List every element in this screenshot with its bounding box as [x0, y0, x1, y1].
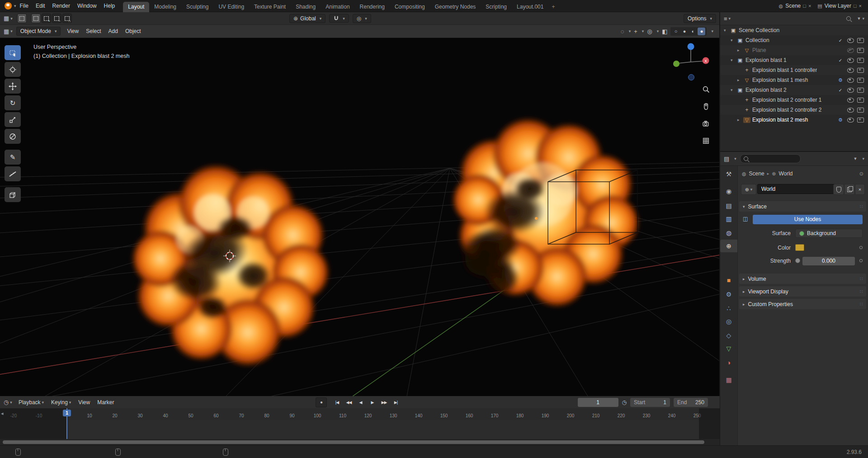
select-box-tool[interactable]: [5, 45, 21, 60]
search-input[interactable]: [740, 154, 801, 163]
camera-visibility-icon[interactable]: [857, 48, 864, 53]
outliner-item-label[interactable]: Explosion blast 2: [745, 87, 787, 93]
pan-hand-icon[interactable]: [700, 100, 712, 112]
snap-toggle[interactable]: ▾: [329, 14, 349, 23]
workspace-tab-scripting[interactable]: Scripting: [481, 2, 512, 12]
breadcrumb-world[interactable]: World: [778, 170, 793, 177]
outliner-row-explosion-blast-2-controller-2[interactable]: +Explosion blast 2 controller 2: [720, 105, 868, 115]
preview-range-icon[interactable]: ◷: [622, 399, 627, 406]
workspace-tab-layout[interactable]: Layout: [123, 2, 149, 12]
outliner-row-scene-collection[interactable]: ▾▣Scene Collection: [720, 25, 868, 35]
topbar-menu-file[interactable]: File: [16, 2, 32, 10]
panel-drag-dots-icon[interactable]: ∷: [860, 302, 863, 307]
perspective-ortho-icon[interactable]: [700, 135, 712, 146]
playback-auto-key-button[interactable]: ●: [316, 397, 327, 407]
options-dropdown[interactable]: Options ▾: [684, 14, 716, 23]
zoom-icon[interactable]: [700, 83, 712, 95]
panel-drag-dots-icon[interactable]: ∷: [860, 204, 863, 209]
filter-icon[interactable]: ▼: [854, 156, 858, 161]
workspace-tab-geometry-nodes[interactable]: Geometry Nodes: [430, 2, 481, 12]
outliner-item-label[interactable]: Explosion blast 1 mesh: [752, 77, 808, 83]
world-name-field[interactable]: World: [757, 184, 837, 194]
overlays-toggle-icon[interactable]: ◎: [647, 28, 652, 35]
timeline-scroll-thumb[interactable]: [3, 440, 704, 444]
editor-type-icon[interactable]: ◷: [4, 399, 9, 406]
properties-tab-world[interactable]: ⊕: [720, 240, 737, 252]
workspace-tab-animation[interactable]: Animation: [321, 2, 354, 12]
surface-value-button[interactable]: Background: [795, 229, 863, 238]
pin-icon[interactable]: ⊙: [859, 171, 863, 177]
eye-icon[interactable]: [847, 38, 854, 43]
properties-tab-scene[interactable]: ◍: [720, 227, 737, 239]
eye-icon[interactable]: [847, 58, 854, 63]
checkbox-icon[interactable]: ✓: [839, 58, 842, 63]
gizmo-neg-z-axis[interactable]: [689, 75, 694, 80]
navigation-gizmo[interactable]: X: [669, 40, 712, 84]
viewport-menu-add[interactable]: Add: [105, 27, 122, 35]
volume-panel-header[interactable]: ▸ Volume ∷: [739, 274, 866, 284]
new-scene-icon[interactable]: □: [803, 3, 806, 9]
expand-arrow-icon[interactable]: ▾: [731, 88, 736, 92]
outliner-item-label[interactable]: Explosion blast 1: [745, 57, 787, 63]
timeline-ruler[interactable]: -20-101020304050607080901001101201301401…: [0, 408, 720, 420]
workspace-tab-rendering[interactable]: Rendering: [355, 2, 390, 12]
camera-visibility-icon[interactable]: [857, 98, 864, 103]
explosion-blast-2[interactable]: [451, 117, 640, 308]
outliner-row-explosion-blast-1[interactable]: ▾▣Explosion blast 1✓: [720, 55, 868, 65]
scene-selector[interactable]: ◍ Scene □ ×: [779, 3, 811, 9]
eye-icon[interactable]: [847, 98, 854, 103]
outliner-item-label[interactable]: Collection: [745, 37, 769, 43]
outliner-item-label[interactable]: Explosion blast 1 controller: [752, 67, 817, 73]
properties-tab-tool[interactable]: ⚒: [720, 168, 737, 180]
gizmo-y-axis[interactable]: [673, 61, 679, 67]
surface-panel-header[interactable]: ▾ Surface ∷: [739, 201, 866, 212]
shading-wireframe-icon[interactable]: ○: [672, 28, 679, 35]
camera-view-icon[interactable]: [700, 118, 712, 129]
editor-type-icon[interactable]: ▤: [724, 156, 729, 162]
properties-tab-object[interactable]: ■: [720, 274, 737, 287]
camera-visibility-icon[interactable]: [857, 58, 864, 63]
modifier-wrench-icon[interactable]: ⚙: [838, 77, 843, 83]
outliner-row-explosion-blast-2-controller-1[interactable]: +Explosion blast 2 controller 1: [720, 95, 868, 105]
outliner-row-explosion-blast-2[interactable]: ▾▣Explosion blast 2✓: [720, 85, 868, 95]
transform-orientation-dropdown[interactable]: ⊕ Global ▾: [289, 14, 326, 23]
start-frame-field[interactable]: Start 1: [630, 398, 670, 407]
filter-icon[interactable]: ▼: [857, 16, 861, 21]
playback-next-keyframe-button[interactable]: ▶▶: [379, 398, 389, 407]
gizmos-toggle-icon[interactable]: +: [634, 28, 637, 35]
expand-arrow-icon[interactable]: ▸: [737, 118, 743, 122]
expand-arrow-icon[interactable]: ▸: [737, 48, 743, 52]
unlink-scene-icon[interactable]: ×: [808, 3, 811, 9]
scene-selector-label[interactable]: Scene: [785, 3, 801, 9]
annotate-tool[interactable]: ✎: [5, 150, 21, 165]
eye-icon[interactable]: [847, 118, 854, 123]
viewport-menu-view[interactable]: View: [63, 27, 82, 35]
playback-jump-end-button[interactable]: ▶|: [391, 398, 401, 407]
topbar-menu-render[interactable]: Render: [49, 2, 74, 10]
eye-icon[interactable]: [847, 88, 854, 93]
outliner-row-explosion-blast-1-controller[interactable]: +Explosion blast 1 controller: [720, 65, 868, 75]
animate-color-decorator[interactable]: [859, 246, 863, 249]
breadcrumb-scene[interactable]: Scene: [749, 170, 764, 177]
custom-properties-panel-header[interactable]: ▸ Custom Properties ∷: [739, 299, 866, 309]
cursor-tool[interactable]: [5, 62, 21, 77]
unlink-datablock-button[interactable]: ×: [855, 184, 865, 195]
timeline-menu-view[interactable]: View: [75, 398, 94, 406]
eye-icon[interactable]: [847, 78, 854, 83]
expand-arrow-icon[interactable]: ▾: [724, 28, 730, 33]
playback-prev-keyframe-button[interactable]: ◀◀: [344, 398, 354, 407]
move-tool[interactable]: [5, 79, 21, 94]
measure-tool[interactable]: [5, 166, 21, 181]
expand-arrow-icon[interactable]: ▸: [737, 78, 743, 82]
outliner-item-label[interactable]: Explosion blast 2 controller 2: [752, 107, 821, 113]
viewport-display-panel-header[interactable]: ▸ Viewport Display ∷: [739, 286, 866, 297]
gizmo-z-axis[interactable]: [688, 43, 694, 50]
panel-drag-dots-icon[interactable]: ∷: [860, 289, 863, 294]
topbar-menu-help[interactable]: Help: [100, 2, 119, 10]
object-visibility-icon[interactable]: ◌: [621, 28, 624, 35]
end-frame-field[interactable]: End 250: [674, 398, 708, 407]
viewport-canvas[interactable]: User Perspective (1) Collection | Explos…: [0, 38, 720, 396]
eye-closed-icon[interactable]: [847, 48, 854, 53]
panel-drag-dots-icon[interactable]: ∷: [860, 276, 863, 281]
color-swatch[interactable]: [795, 244, 804, 251]
